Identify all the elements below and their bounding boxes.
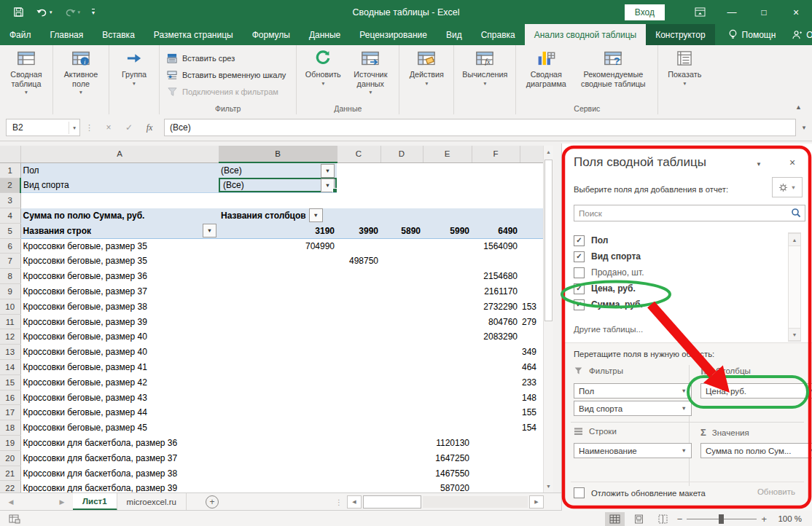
cell[interactable] bbox=[380, 314, 423, 329]
cell[interactable] bbox=[380, 284, 423, 299]
sheet-nav-left-icon[interactable]: ◀ bbox=[0, 493, 22, 511]
cell[interactable] bbox=[337, 481, 380, 492]
cell[interactable]: 279 bbox=[520, 314, 543, 329]
field-item[interactable]: ✓Пол bbox=[574, 232, 784, 248]
undo-icon[interactable]: ▾ bbox=[36, 7, 52, 17]
ribbon-tab-7[interactable]: Рецензирование bbox=[350, 24, 437, 45]
cell[interactable]: 233 bbox=[520, 374, 543, 390]
cell[interactable] bbox=[472, 374, 520, 390]
column-header-g-partial[interactable] bbox=[520, 146, 543, 162]
cell[interactable]: 704990 bbox=[219, 238, 337, 254]
cell[interactable] bbox=[380, 436, 423, 451]
data-source-button[interactable]: Источник данных▾ bbox=[346, 47, 395, 103]
page-layout-view-button[interactable] bbox=[629, 512, 649, 526]
cell[interactable]: 155 bbox=[520, 405, 543, 420]
cell-row-label[interactable]: Кроссовки для баскетбола, размер 39 bbox=[20, 481, 219, 492]
cell[interactable] bbox=[219, 436, 337, 451]
cell[interactable] bbox=[423, 254, 472, 269]
cell[interactable] bbox=[380, 481, 423, 492]
cell-row-label[interactable]: Кроссовки беговые, размер 36 bbox=[20, 269, 219, 284]
row-header[interactable]: 13 bbox=[0, 345, 20, 360]
show-button[interactable]: Показать▾ bbox=[662, 47, 707, 103]
column-header-a[interactable]: A bbox=[20, 146, 219, 162]
minimize-button[interactable]: — bbox=[716, 0, 748, 24]
cell[interactable]: 2161170 bbox=[472, 284, 520, 299]
cell-row-label[interactable]: Кроссовки беговые, размер 44 bbox=[20, 405, 219, 420]
row-header[interactable]: 16 bbox=[0, 390, 20, 405]
save-icon[interactable] bbox=[13, 7, 24, 17]
cell-row-label[interactable]: Кроссовки беговые, размер 38 bbox=[20, 299, 219, 314]
row-header[interactable]: 17 bbox=[0, 405, 20, 420]
calculations-button[interactable]: fx Вычисления▾ bbox=[458, 47, 512, 103]
cell[interactable] bbox=[337, 450, 380, 466]
recommended-pivot-button[interactable]: ? Рекомендуемые сводные таблицы bbox=[572, 47, 654, 103]
cell-pivot-title[interactable]: Сумма по полю Сумма, руб. bbox=[20, 208, 219, 224]
row-header[interactable]: 4 bbox=[0, 208, 20, 224]
cell[interactable] bbox=[219, 420, 337, 436]
cell[interactable] bbox=[380, 329, 423, 345]
zoom-slider[interactable] bbox=[687, 519, 757, 519]
cell[interactable] bbox=[219, 314, 337, 329]
cell[interactable] bbox=[337, 345, 380, 360]
cell[interactable]: 587020 bbox=[423, 481, 472, 492]
page-break-view-button[interactable] bbox=[653, 512, 673, 526]
cell[interactable] bbox=[423, 238, 472, 254]
cell[interactable] bbox=[423, 299, 472, 314]
filter-dropdown-icon[interactable]: ▼ bbox=[203, 224, 216, 238]
assistant-button[interactable]: Помощн bbox=[722, 29, 782, 40]
cell[interactable] bbox=[219, 450, 337, 466]
cell[interactable] bbox=[219, 329, 337, 345]
field-checkbox[interactable]: ✓ bbox=[574, 251, 585, 262]
row-header[interactable]: 21 bbox=[0, 466, 20, 481]
row-header[interactable]: 22 bbox=[0, 481, 20, 492]
field-item[interactable]: ✓Сумма, руб. bbox=[574, 297, 784, 313]
area-chip[interactable]: Вид спорта▼ bbox=[574, 401, 692, 416]
fill-handle[interactable] bbox=[332, 188, 337, 193]
cell[interactable] bbox=[520, 269, 543, 284]
field-item[interactable]: Продано, шт. bbox=[574, 264, 784, 280]
share-button[interactable]: Общий доступ bbox=[786, 30, 812, 40]
insert-timeline-button[interactable]: Вставить временную шкалу bbox=[167, 68, 286, 82]
normal-view-button[interactable] bbox=[605, 512, 625, 526]
field-item[interactable]: ✓Цена, руб. bbox=[574, 280, 784, 297]
close-button[interactable]: × bbox=[780, 0, 812, 24]
scroll-down-icon[interactable]: ▼ bbox=[544, 480, 553, 492]
scroll-left-icon[interactable]: ◀ bbox=[347, 495, 362, 509]
name-box[interactable]: B2 ▾ bbox=[6, 119, 80, 136]
cell[interactable] bbox=[380, 466, 423, 481]
vertical-scrollbar[interactable]: ▲ ▼ bbox=[543, 146, 553, 492]
cell-row-label[interactable]: Кроссовки беговые, размер 35 bbox=[20, 254, 219, 269]
actions-button[interactable]: Действия▾ bbox=[403, 47, 450, 103]
cell[interactable] bbox=[472, 405, 520, 420]
tools-button[interactable]: ▼ bbox=[772, 177, 803, 197]
row-header[interactable]: 2 bbox=[0, 178, 20, 193]
ribbon-tab-9[interactable]: Справка bbox=[472, 24, 525, 45]
cell[interactable] bbox=[520, 450, 543, 466]
cell[interactable] bbox=[472, 466, 520, 481]
cell[interactable] bbox=[380, 238, 423, 254]
signin-button[interactable]: Вход bbox=[625, 4, 665, 20]
formula-input[interactable]: (Все) bbox=[164, 119, 796, 136]
row-header[interactable]: 9 bbox=[0, 284, 20, 299]
cell-filter-label[interactable]: Вид спорта bbox=[20, 178, 219, 193]
cell-row-label[interactable]: Кроссовки беговые, размер 41 bbox=[20, 360, 219, 375]
cell[interactable] bbox=[423, 269, 472, 284]
cell[interactable] bbox=[219, 405, 337, 420]
cell[interactable] bbox=[337, 329, 380, 345]
row-header[interactable]: 8 bbox=[0, 269, 20, 284]
cell[interactable] bbox=[472, 450, 520, 466]
columns-area[interactable]: Цена, руб.▼ bbox=[700, 383, 812, 399]
rows-area[interactable]: Наименование▼ bbox=[574, 443, 692, 458]
chevron-down-icon[interactable]: ▼ bbox=[682, 405, 687, 412]
row-header[interactable]: 20 bbox=[0, 450, 20, 466]
row-header[interactable]: 19 bbox=[0, 436, 20, 451]
cell[interactable] bbox=[423, 314, 472, 329]
chevron-down-icon[interactable]: ▼ bbox=[808, 447, 812, 454]
ribbon-display-options-icon[interactable] bbox=[684, 0, 716, 24]
search-input[interactable]: Поиск bbox=[574, 205, 805, 221]
cell[interactable]: 153 bbox=[520, 299, 543, 314]
cell[interactable] bbox=[337, 284, 380, 299]
cell[interactable]: 2083290 bbox=[472, 329, 520, 345]
cell[interactable] bbox=[380, 360, 423, 375]
field-checkbox[interactable]: ✓ bbox=[574, 283, 585, 294]
